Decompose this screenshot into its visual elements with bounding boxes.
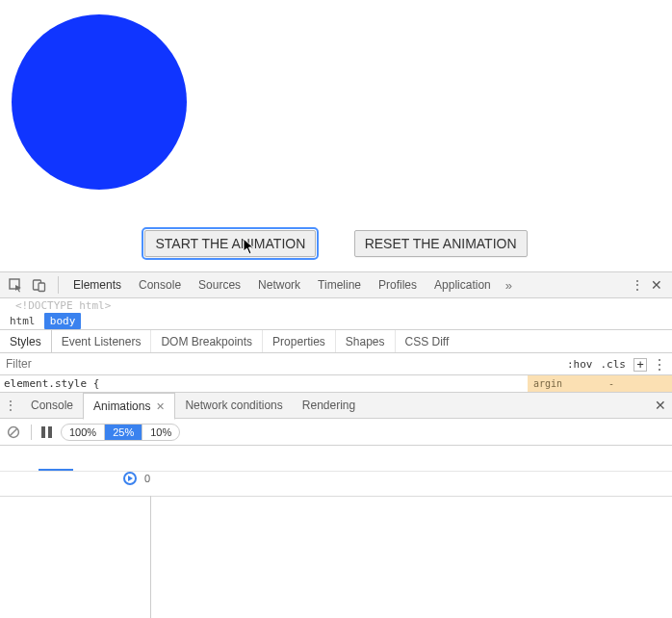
- subtab-event-listeners[interactable]: Event Listeners: [52, 330, 152, 352]
- devtools-toolbar: Elements Console Sources Network Timelin…: [0, 271, 672, 298]
- devtools-close-icon[interactable]: ✕: [647, 277, 666, 293]
- tab-sources[interactable]: Sources: [190, 271, 249, 298]
- element-style-label: element.style {: [4, 377, 99, 390]
- tab-profiles[interactable]: Profiles: [370, 271, 426, 298]
- hov-toggle[interactable]: :hov: [567, 358, 593, 371]
- tab-application[interactable]: Application: [426, 271, 500, 298]
- play-icon[interactable]: [123, 472, 137, 485]
- pause-icon[interactable]: [41, 426, 55, 438]
- close-tab-icon[interactable]: ✕: [156, 394, 165, 419]
- controls-divider: [31, 425, 32, 440]
- crumb-html[interactable]: html: [4, 313, 41, 329]
- drawer-tab-console[interactable]: Console: [21, 393, 83, 419]
- inspect-element-icon[interactable]: [6, 275, 25, 295]
- tab-network[interactable]: Network: [249, 271, 309, 298]
- box-model-margin-chip: argin -: [528, 375, 672, 392]
- page-viewport: START THE ANIMATION RESET THE ANIMATION: [0, 0, 672, 271]
- subtab-dom-breakpoints[interactable]: DOM Breakpoints: [151, 330, 263, 352]
- speed-25[interactable]: 25%: [104, 425, 142, 440]
- svg-rect-2: [39, 283, 45, 292]
- tab-console[interactable]: Console: [130, 271, 190, 298]
- subtab-shapes[interactable]: Shapes: [336, 330, 396, 352]
- tabs-overflow-icon[interactable]: »: [500, 278, 518, 293]
- drawer-close-icon[interactable]: ✕: [649, 398, 672, 413]
- drawer-tab-network-conditions[interactable]: Network conditions: [175, 393, 292, 419]
- drawer-tabs: ⋮ Console Animations ✕ Network condition…: [0, 392, 672, 419]
- toolbar-divider: [58, 276, 59, 294]
- crumb-body[interactable]: body: [44, 313, 82, 329]
- animations-timeline[interactable]: 0: [0, 472, 672, 618]
- button-row: START THE ANIMATION RESET THE ANIMATION: [0, 230, 672, 257]
- drawer-tab-animations[interactable]: Animations ✕: [83, 393, 175, 420]
- animations-scrub[interactable]: [0, 446, 672, 472]
- speed-10[interactable]: 10%: [142, 425, 179, 440]
- clear-animations-icon[interactable]: [6, 425, 21, 440]
- subtab-styles[interactable]: Styles: [0, 330, 52, 352]
- new-style-rule-icon[interactable]: +: [633, 358, 647, 372]
- animated-circle: [12, 14, 187, 190]
- element-style-row[interactable]: element.style { argin -: [0, 375, 672, 392]
- playhead-time: 0: [144, 473, 150, 484]
- drag-handle-icon[interactable]: [659, 359, 664, 371]
- speed-100[interactable]: 100%: [62, 425, 104, 440]
- devtools-menu-icon[interactable]: ⋮: [628, 277, 647, 293]
- drawer-tab-rendering[interactable]: Rendering: [293, 393, 365, 419]
- dom-breadcrumbs: html body: [0, 313, 672, 330]
- animations-controls: 100% 25% 10%: [0, 419, 672, 446]
- playhead-marker[interactable]: 0: [123, 472, 150, 485]
- subtab-css-diff[interactable]: CSS Diff: [396, 330, 459, 352]
- tab-timeline[interactable]: Timeline: [309, 271, 370, 298]
- doctype-line: <!DOCTYPE html>: [0, 298, 672, 313]
- tab-elements[interactable]: Elements: [65, 271, 130, 298]
- subtab-properties[interactable]: Properties: [263, 330, 336, 352]
- styles-filter-input[interactable]: [0, 353, 289, 374]
- reset-animation-button[interactable]: RESET THE ANIMATION: [354, 230, 528, 257]
- scrub-indicator: [39, 469, 73, 471]
- svg-line-4: [10, 428, 17, 436]
- playback-speed-pill: 100% 25% 10%: [61, 424, 180, 441]
- drawer-menu-icon[interactable]: ⋮: [0, 399, 21, 412]
- timeline-divider: [0, 496, 672, 497]
- styles-subtabs: Styles Event Listeners DOM Breakpoints P…: [0, 330, 672, 353]
- playhead-line: [150, 496, 151, 618]
- styles-filter-row: :hov .cls +: [0, 353, 672, 375]
- start-animation-button[interactable]: START THE ANIMATION: [144, 230, 316, 257]
- device-toggle-icon[interactable]: [29, 275, 48, 295]
- cls-toggle[interactable]: .cls: [601, 358, 627, 371]
